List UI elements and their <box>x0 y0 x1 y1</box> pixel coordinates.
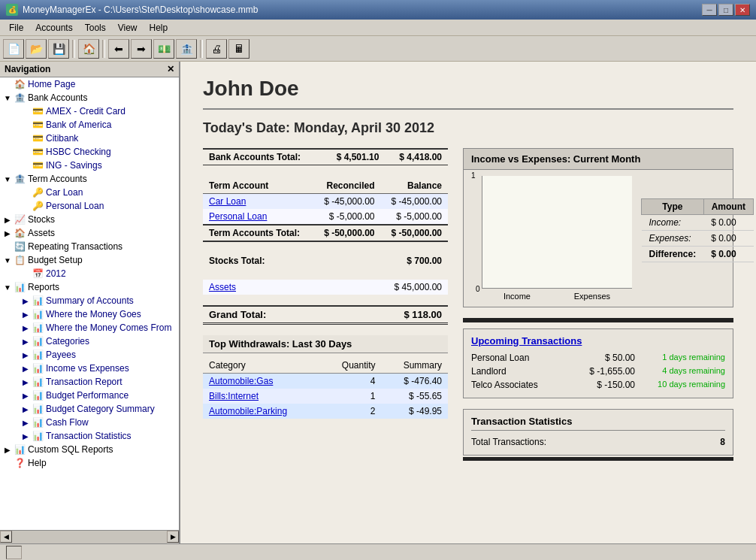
wd-row2-cat[interactable]: Bills:Internet <box>209 391 259 401</box>
personal-loan-link[interactable]: Personal Loan <box>209 211 267 222</box>
wd-row1-cat[interactable]: Automobile:Gas <box>209 376 273 386</box>
expand-income[interactable]: ▶ <box>21 364 30 373</box>
menu-view[interactable]: View <box>112 21 144 35</box>
sidebar-item-cash-flow[interactable]: ▶ 📊 Cash Flow <box>0 416 179 429</box>
chart-expenses-row: Expenses: $ 0.00 <box>642 231 754 247</box>
car-loan-link[interactable]: Car Loan <box>209 196 246 207</box>
sidebar-item-assets[interactable]: ▶ 🏠 Assets <box>0 226 179 240</box>
toolbar-home[interactable]: 🏠 <box>78 39 99 59</box>
nav-scrollbar[interactable]: ◀ ▶ <box>0 530 179 543</box>
expand-stocks[interactable]: ▶ <box>3 215 12 224</box>
toolbar-forward[interactable]: ➡ <box>131 39 152 59</box>
chart-col-amount: Amount <box>703 199 753 215</box>
expand-from[interactable]: ▶ <box>21 323 30 332</box>
expand-txstats[interactable]: ▶ <box>21 431 30 440</box>
sidebar-item-boa[interactable]: 💳 Bank of America <box>0 118 179 132</box>
nav-close-button[interactable]: ✕ <box>167 64 174 74</box>
expand-goes[interactable]: ▶ <box>21 310 30 319</box>
sidebar-item-custom-sql[interactable]: ▶ 📊 Custom SQL Reports <box>0 443 179 456</box>
sidebar-item-categories[interactable]: ▶ 📊 Categories <box>0 334 179 348</box>
toolbar-new-tx[interactable]: 💵 <box>153 39 174 59</box>
sidebar-item-bank-accounts[interactable]: ▼ 🏦 Bank Accounts <box>0 91 179 104</box>
toolbar-print[interactable]: 🖨 <box>206 39 227 59</box>
sidebar-item-home[interactable]: 🏠 Home Page <box>0 77 179 91</box>
sidebar-item-help[interactable]: ❓ Help <box>0 456 179 470</box>
stats-section: Transaction Statistics Total Transaction… <box>463 409 733 456</box>
expand-txreport[interactable]: ▶ <box>21 377 30 386</box>
sidebar-item-label-reports: Reports <box>28 282 59 292</box>
wd-row1-qty: 4 <box>322 374 382 389</box>
sidebar-item-personal-loan[interactable]: 🔑 Personal Loan <box>0 199 179 213</box>
expand-payees[interactable]: ▶ <box>21 350 30 359</box>
toolbar-account[interactable]: 🏦 <box>176 39 197 59</box>
sidebar-item-ing[interactable]: 💳 ING - Savings <box>0 159 179 172</box>
term-icon: 🏦 <box>14 173 26 185</box>
term-total-row: Term Accounts Total: $ -50,000.00 $ -50,… <box>203 225 448 241</box>
expand-home[interactable] <box>3 80 12 89</box>
chart-expenses-value: $ 0.00 <box>703 231 753 247</box>
toolbar-open[interactable]: 📂 <box>26 39 47 59</box>
menu-tools[interactable]: Tools <box>79 21 112 35</box>
menu-accounts[interactable]: Accounts <box>29 21 78 35</box>
stocks-label: Stocks Total: <box>203 253 334 269</box>
today-date: Today's Date: Monday, April 30 2012 <box>203 120 733 136</box>
term-total-reconciled: $ -50,000.00 <box>313 225 380 241</box>
sidebar-item-stocks[interactable]: ▶ 📈 Stocks <box>0 213 179 226</box>
sidebar-item-hsbc[interactable]: 💳 HSBC Checking <box>0 145 179 159</box>
wd-row3-cat[interactable]: Automobile:Parking <box>209 406 287 416</box>
expand-sql[interactable]: ▶ <box>3 445 12 454</box>
expand-cashflow[interactable]: ▶ <box>21 418 30 427</box>
sidebar-item-repeating[interactable]: 🔄 Repeating Transactions <box>0 240 179 253</box>
expand-term[interactable]: ▼ <box>3 174 12 183</box>
sidebar-item-term-accounts[interactable]: ▼ 🏦 Term Accounts <box>0 172 179 186</box>
toolbar-save[interactable]: 💾 <box>48 39 69 59</box>
expand-bank[interactable]: ▼ <box>3 93 12 102</box>
menu-file[interactable]: File <box>3 21 29 35</box>
expand-budgetperf[interactable]: ▶ <box>21 391 30 400</box>
personal-icon: 🔑 <box>32 200 44 212</box>
expand-categories[interactable]: ▶ <box>21 337 30 346</box>
toolbar-calc[interactable]: 🖩 <box>228 39 249 59</box>
chart-x-labels: Income Expenses <box>482 292 632 301</box>
scroll-right[interactable]: ▶ <box>167 531 179 543</box>
expand-budget[interactable]: ▼ <box>3 256 12 265</box>
maximize-button[interactable]: □ <box>718 4 733 16</box>
home-icon: 🏠 <box>14 78 26 90</box>
toolbar-back[interactable]: ⬅ <box>108 39 129 59</box>
expand-assets[interactable]: ▶ <box>3 229 12 238</box>
sidebar-item-income-exp[interactable]: ▶ 📊 Income vs Expenses <box>0 362 179 375</box>
sidebar-item-amex[interactable]: 💳 AMEX - Credit Card <box>0 104 179 118</box>
sidebar-item-tx-report[interactable]: ▶ 📊 Transaction Report <box>0 375 179 389</box>
sidebar-item-summary[interactable]: ▶ 📊 Summary of Accounts <box>0 294 179 307</box>
expand-reports[interactable]: ▼ <box>3 283 12 292</box>
sidebar-item-reports[interactable]: ▼ 📊 Reports <box>0 280 179 294</box>
sidebar-item-tx-stats[interactable]: ▶ 📊 Transaction Statistics <box>0 429 179 443</box>
car-loan-balance: $ -45,000.00 <box>381 194 448 210</box>
chart-title: Income vs Expenses: Current Month <box>464 149 733 170</box>
upcoming-amount-1: $ 50.00 <box>567 353 635 363</box>
sidebar-item-budget-setup[interactable]: ▼ 📋 Budget Setup <box>0 253 179 267</box>
from-icon: 📊 <box>32 322 44 334</box>
personal-loan-reconciled: $ -5,000.00 <box>313 209 380 225</box>
sidebar-item-car-loan[interactable]: 🔑 Car Loan <box>0 186 179 199</box>
minimize-button[interactable]: ─ <box>702 4 717 16</box>
close-button[interactable]: ✕ <box>735 4 750 16</box>
expand-boa <box>21 120 30 129</box>
scroll-track[interactable] <box>12 531 167 543</box>
upcoming-title[interactable]: Upcoming Transactions <box>471 335 725 347</box>
toolbar-new[interactable]: 📄 <box>3 39 24 59</box>
sidebar-item-money-from[interactable]: ▶ 📊 Where the Money Comes From <box>0 321 179 334</box>
scroll-left[interactable]: ◀ <box>0 531 12 543</box>
sidebar-item-2012[interactable]: 📅 2012 <box>0 267 179 280</box>
sidebar-item-citi[interactable]: 💳 Citibank <box>0 132 179 145</box>
sidebar-item-budget-perf[interactable]: ▶ 📊 Budget Performance <box>0 389 179 402</box>
expand-budgetcat[interactable]: ▶ <box>21 404 30 413</box>
sidebar-item-money-goes[interactable]: ▶ 📊 Where the Money Goes <box>0 307 179 321</box>
expand-summary[interactable]: ▶ <box>21 296 30 305</box>
menu-help[interactable]: Help <box>144 21 174 35</box>
assets-link[interactable]: Assets <box>209 282 236 292</box>
sidebar-item-payees[interactable]: ▶ 📊 Payees <box>0 348 179 362</box>
sidebar-item-budget-cat[interactable]: ▶ 📊 Budget Category Summary <box>0 402 179 416</box>
nav-title: Navigation <box>5 64 50 74</box>
term-accounts-table: Term Account Reconciled Balance Car Loan… <box>203 176 448 242</box>
